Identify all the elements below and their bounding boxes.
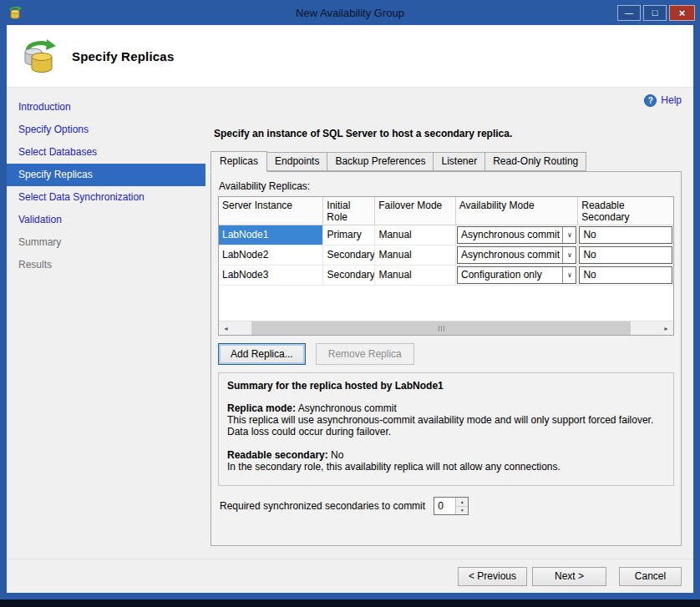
replica-buttons-row: Add Replica... Remove Replica (218, 343, 674, 365)
spinner-buttons: ▲ ▼ (455, 498, 468, 514)
sidebar-item-select-data-synchronization[interactable]: Select Data Synchronization (7, 186, 205, 209)
window-icon (8, 5, 23, 20)
close-button[interactable]: × (669, 5, 695, 21)
replica-mode-value: Asynchronous commit (298, 402, 397, 414)
readable-secondary-dropdown[interactable]: No (579, 226, 672, 244)
availability-mode-dropdown[interactable]: Asynchronous commit ∨ (457, 246, 576, 264)
scrollbar-grip-icon (439, 326, 439, 331)
cell-readable-secondary: No (578, 266, 673, 285)
minimize-icon: — (625, 8, 633, 18)
sidebar-item-specify-replicas[interactable]: Specify Replicas (7, 164, 205, 186)
cell-availability-mode: Asynchronous commit ∨ (456, 225, 578, 245)
availability-mode-dropdown[interactable]: Configuration only ∨ (457, 266, 576, 284)
cell-initial-role[interactable]: Secondary (323, 266, 375, 285)
tab-replicas[interactable]: Replicas (211, 151, 267, 172)
horizontal-scrollbar[interactable]: ◄ ► (219, 321, 673, 335)
cell-failover-mode[interactable]: Manual (375, 245, 456, 265)
cell-availability-mode: Asynchronous commit ∨ (456, 245, 578, 265)
sidebar-item-specify-options[interactable]: Specify Options (7, 119, 205, 141)
maximize-icon: □ (652, 8, 658, 18)
previous-button[interactable]: < Previous (458, 567, 527, 586)
replica-mode-line: Replica mode: Asynchronous commit (227, 402, 665, 414)
window-controls: — □ × (617, 5, 695, 21)
required-secondaries-spinner: 0 ▲ ▼ (434, 497, 469, 515)
column-header-failover-mode[interactable]: Failover Mode (375, 197, 456, 225)
replica-summary-groupbox: Summary for the replica hosted by LabNod… (218, 372, 674, 486)
replica-mode-description: This replica will use asynchronous-commi… (227, 414, 665, 438)
availability-group-icon (20, 37, 58, 75)
scroll-left-arrow-icon[interactable]: ◄ (219, 321, 233, 335)
spinner-down-icon[interactable]: ▼ (456, 507, 468, 515)
close-icon: × (679, 7, 686, 19)
tab-backup-preferences[interactable]: Backup Preferences (327, 152, 434, 171)
grid-header-row: Server Instance Initial Role Failover Mo… (219, 197, 673, 225)
cell-failover-mode[interactable]: Manual (375, 225, 456, 245)
dropdown-value: No (580, 267, 672, 283)
sidebar-item-results: Results (7, 254, 205, 276)
cell-availability-mode: Configuration only ∨ (456, 266, 578, 285)
scrollbar-thumb[interactable] (251, 321, 631, 335)
spinner-value-input[interactable]: 0 (434, 498, 455, 514)
wizard-steps-sidebar: Introduction Specify Options Select Data… (7, 88, 205, 559)
spinner-up-icon[interactable]: ▲ (456, 498, 468, 507)
help-label: Help (661, 94, 682, 106)
readable-secondary-label: Readable secondary: (227, 449, 328, 461)
chevron-down-icon[interactable]: ∨ (562, 267, 576, 283)
next-button[interactable]: Next > (532, 567, 606, 586)
replicas-grid: Server Instance Initial Role Failover Mo… (218, 196, 674, 336)
main-content: ? Help Specify an instance of SQL Server… (205, 88, 693, 559)
table-row: LabNode1 Primary Manual Asynchronous com… (219, 225, 673, 245)
window-bottom-edge (0, 599, 700, 607)
cell-server-instance[interactable]: LabNode2 (219, 245, 323, 265)
add-replica-button[interactable]: Add Replica... (218, 343, 306, 365)
cell-server-instance[interactable]: LabNode1 (219, 225, 323, 245)
cell-initial-role[interactable]: Primary (323, 225, 375, 245)
tab-endpoints[interactable]: Endpoints (266, 152, 327, 171)
title-bar[interactable]: New Availability Group — □ × (0, 0, 700, 25)
tab-listener[interactable]: Listener (433, 152, 485, 171)
column-header-availability-mode[interactable]: Availability Mode (456, 197, 579, 225)
required-secondaries-label: Required synchronized secondaries to com… (220, 500, 425, 512)
cell-readable-secondary: No (578, 245, 673, 265)
table-row: LabNode2 Secondary Manual Asynchronous c… (219, 245, 673, 266)
dropdown-value: No (580, 247, 672, 263)
table-row: LabNode3 Secondary Manual Configuration … (219, 266, 673, 286)
minimize-button[interactable]: — (617, 5, 641, 21)
wizard-header: Specify Replicas (7, 25, 693, 88)
instruction-text: Specify an instance of SQL Server to hos… (214, 128, 682, 139)
scroll-right-arrow-icon[interactable]: ► (659, 321, 673, 335)
replicas-tab-panel: Availability Replicas: Server Instance I… (211, 171, 682, 546)
grid-empty-area (219, 286, 673, 321)
sidebar-item-introduction[interactable]: Introduction (7, 96, 205, 119)
cancel-button[interactable]: Cancel (619, 567, 682, 586)
sidebar-item-summary: Summary (7, 231, 205, 254)
availability-replicas-label: Availability Replicas: (219, 180, 674, 192)
availability-mode-dropdown[interactable]: Asynchronous commit ∨ (457, 226, 576, 244)
sidebar-item-select-databases[interactable]: Select Databases (7, 141, 205, 164)
column-header-server-instance[interactable]: Server Instance (219, 197, 323, 225)
chevron-down-icon[interactable]: ∨ (562, 227, 576, 243)
summary-title: Summary for the replica hosted by LabNod… (227, 380, 665, 392)
content-row: Introduction Specify Options Select Data… (7, 88, 693, 559)
help-link[interactable]: ? Help (211, 93, 682, 108)
window-title: New Availability Group (0, 7, 700, 19)
client-area: Specify Replicas Introduction Specify Op… (7, 25, 693, 593)
chevron-down-icon[interactable]: ∨ (562, 247, 576, 263)
maximize-button[interactable]: □ (643, 5, 667, 21)
dropdown-value: Asynchronous commit (458, 227, 562, 243)
remove-replica-button: Remove Replica (316, 343, 414, 365)
dropdown-value: Configuration only (458, 267, 562, 283)
cell-initial-role[interactable]: Secondary (323, 245, 375, 265)
column-header-readable-secondary[interactable]: Readable Secondary (578, 197, 673, 225)
cell-failover-mode[interactable]: Manual (375, 266, 456, 285)
readable-secondary-dropdown[interactable]: No (579, 266, 672, 284)
cell-server-instance[interactable]: LabNode3 (219, 266, 323, 285)
sidebar-item-validation[interactable]: Validation (7, 209, 205, 231)
tab-read-only-routing[interactable]: Read-Only Routing (484, 152, 586, 171)
column-header-initial-role[interactable]: Initial Role (323, 197, 375, 225)
page-title: Specify Replicas (72, 49, 174, 63)
scrollbar-track[interactable] (233, 321, 659, 335)
readable-secondary-value: No (331, 449, 343, 461)
readable-secondary-dropdown[interactable]: No (579, 246, 672, 264)
cell-readable-secondary: No (578, 225, 673, 245)
